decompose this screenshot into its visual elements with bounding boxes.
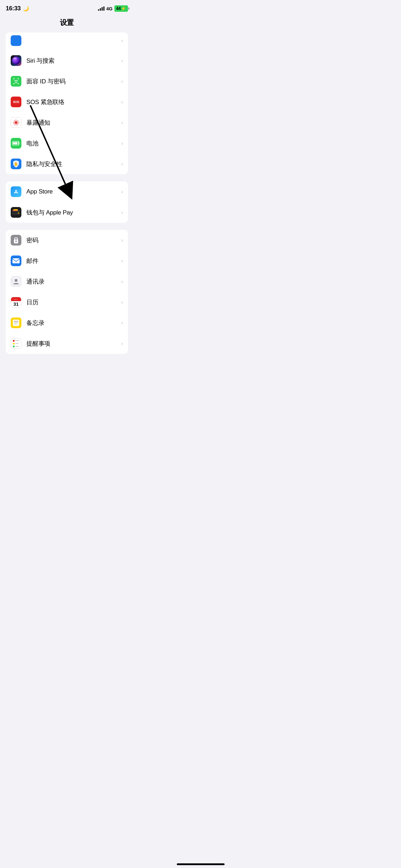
reminders-label: 提醒事项 xyxy=(26,340,120,348)
siri-label: Siri 与搜索 xyxy=(26,57,120,65)
svg-rect-28 xyxy=(12,280,13,280)
mail-icon xyxy=(11,255,21,266)
privacy-label: 隐私与安全性 xyxy=(26,160,120,168)
chevron-icon: › xyxy=(121,78,123,84)
partial-icon xyxy=(11,35,21,46)
settings-item-contacts[interactable]: 通讯录 › xyxy=(6,271,128,292)
signal-bars xyxy=(98,6,104,11)
svg-point-4 xyxy=(15,80,16,81)
mail-label: 邮件 xyxy=(26,257,120,265)
chevron-icon: › xyxy=(121,210,123,215)
signal-bar-4 xyxy=(103,6,104,11)
settings-item-passwords[interactable]: 密码 › xyxy=(6,230,128,250)
wallet-label: 钱包与 Apple Pay xyxy=(26,208,120,217)
chevron-icon: › xyxy=(121,320,123,326)
svg-rect-2 xyxy=(13,83,15,84)
svg-rect-12 xyxy=(13,142,17,145)
chevron-icon: › xyxy=(121,258,123,264)
wallet-icon xyxy=(11,207,21,218)
chevron-icon: › xyxy=(121,299,123,305)
signal-bar-3 xyxy=(102,7,103,11)
reminders-icon xyxy=(11,338,21,349)
signal-type: 4G xyxy=(106,6,112,11)
svg-rect-24 xyxy=(16,241,16,242)
partial-settings-item[interactable]: › xyxy=(6,32,128,50)
chevron-icon: › xyxy=(121,58,123,63)
sos-icon: SOS xyxy=(11,97,21,107)
status-icons: 4G 44⚡ xyxy=(98,5,128,12)
exposure-icon xyxy=(11,117,21,128)
battery-icon xyxy=(11,138,21,149)
passwords-icon xyxy=(11,235,21,246)
chevron-icon: › xyxy=(121,38,123,43)
battery-indicator: 44⚡ xyxy=(114,5,128,12)
chevron-icon: › xyxy=(121,237,123,243)
privacy-icon: ✋ xyxy=(11,159,21,169)
contacts-icon xyxy=(11,276,21,287)
settings-group-1: › Siri 与搜索 › 面容 ID 与密码 › SOS xyxy=(6,32,128,174)
calendar-label: 日历 xyxy=(26,298,120,306)
appstore-icon: A xyxy=(11,186,21,197)
svg-point-27 xyxy=(15,279,17,282)
chevron-icon: › xyxy=(121,161,123,167)
exposure-label: 暴露通知 xyxy=(26,119,120,127)
chevron-icon: › xyxy=(121,120,123,125)
siri-icon xyxy=(11,55,21,66)
svg-rect-31 xyxy=(14,321,18,322)
settings-item-battery[interactable]: 电池 › xyxy=(6,133,128,154)
notes-label: 备忘录 xyxy=(26,319,120,327)
settings-item-notes[interactable]: 备忘录 › xyxy=(6,312,128,333)
settings-item-wallet[interactable]: 钱包与 Apple Pay › xyxy=(6,202,128,223)
status-bar: 16:33 🌙 4G 44⚡ xyxy=(0,0,134,15)
settings-item-faceid[interactable]: 面容 ID 与密码 › xyxy=(6,71,128,92)
svg-text:✋: ✋ xyxy=(14,161,19,166)
svg-rect-11 xyxy=(19,142,20,144)
settings-item-appstore[interactable]: A App Store › xyxy=(6,181,128,202)
passwords-label: 密码 xyxy=(26,236,120,244)
settings-item-sos[interactable]: SOS SOS 紧急联络 › xyxy=(6,92,128,112)
faceid-icon xyxy=(11,76,21,87)
svg-rect-20 xyxy=(12,212,20,212)
svg-rect-25 xyxy=(12,258,20,263)
svg-rect-32 xyxy=(14,322,18,323)
chevron-icon: › xyxy=(121,140,123,146)
svg-rect-29 xyxy=(12,281,13,282)
chevron-icon: › xyxy=(121,279,123,284)
moon-icon: 🌙 xyxy=(23,6,29,11)
settings-item-reminders[interactable]: 提醒事项 › xyxy=(6,333,128,354)
status-time: 16:33 xyxy=(6,5,21,12)
svg-rect-1 xyxy=(17,78,19,79)
chevron-icon: › xyxy=(121,341,123,346)
settings-item-mail[interactable]: 邮件 › xyxy=(6,250,128,271)
page-title: 设置 xyxy=(60,19,74,26)
svg-rect-33 xyxy=(14,324,17,324)
calendar-icon: ••• 31 xyxy=(11,297,21,308)
contacts-label: 通讯录 xyxy=(26,278,120,286)
settings-item-exposure[interactable]: 暴露通知 › xyxy=(6,112,128,133)
appstore-label: App Store xyxy=(26,188,120,195)
svg-point-5 xyxy=(17,80,18,81)
svg-rect-0 xyxy=(13,78,15,79)
notes-icon xyxy=(11,317,21,328)
signal-bar-1 xyxy=(98,9,99,11)
svg-rect-3 xyxy=(17,83,19,84)
faceid-label: 面容 ID 与密码 xyxy=(26,77,120,86)
settings-item-siri[interactable]: Siri 与搜索 › xyxy=(6,50,128,71)
settings-group-3: 密码 › 邮件 › 通讯录 › xyxy=(6,230,128,354)
settings-item-calendar[interactable]: ••• 31 日历 › xyxy=(6,292,128,312)
svg-point-21 xyxy=(18,212,19,214)
settings-item-privacy[interactable]: ✋ 隐私与安全性 › xyxy=(6,154,128,174)
battery-label: 电池 xyxy=(26,139,120,148)
svg-rect-19 xyxy=(14,209,18,210)
chevron-icon: › xyxy=(121,189,123,195)
signal-bar-2 xyxy=(100,8,101,11)
svg-text:A: A xyxy=(14,188,18,195)
chevron-icon: › xyxy=(121,99,123,105)
settings-group-2: A App Store › 钱包与 Apple Pay › xyxy=(6,181,128,223)
svg-point-6 xyxy=(15,121,17,124)
nav-title: 设置 xyxy=(0,15,134,31)
sos-label: SOS 紧急联络 xyxy=(26,98,120,106)
